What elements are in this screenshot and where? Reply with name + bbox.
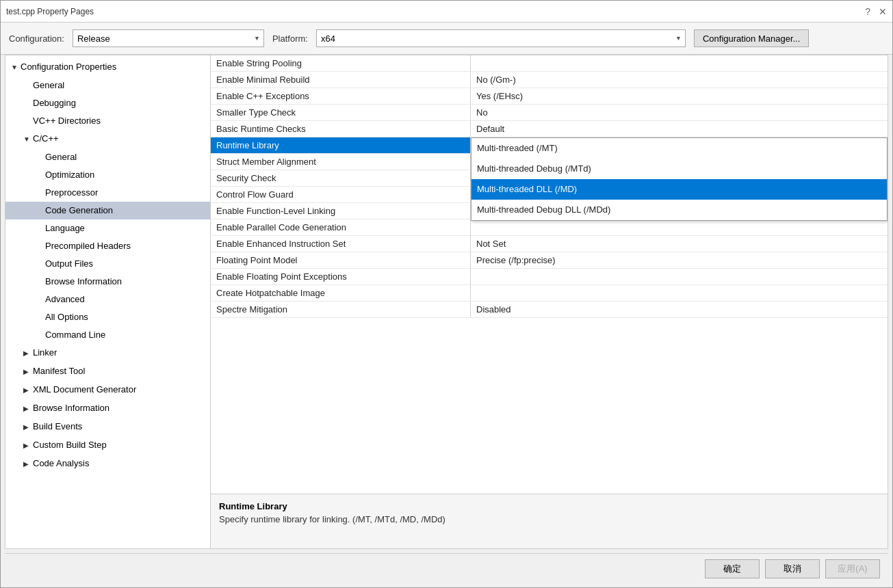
sidebar-item-manifest-tool[interactable]: ▶Manifest Tool <box>5 362 210 381</box>
prop-row-parallel-code-gen[interactable]: Enable Parallel Code Generation <box>211 219 888 236</box>
main-content: ▼Configuration PropertiesGeneralDebuggin… <box>5 55 888 549</box>
prop-row-floating-point-model[interactable]: Floating Point ModelPrecise (/fp:precise… <box>211 252 888 269</box>
prop-row-enable-minimal-rebuild[interactable]: Enable Minimal RebuildNo (/Gm-) <box>211 72 888 88</box>
main-window: test.cpp Property Pages ? ✕ Configuratio… <box>0 0 893 588</box>
prop-value-fp-exceptions <box>471 269 888 284</box>
sidebar-label-manifest-tool: Manifest Tool <box>33 366 85 376</box>
sidebar-item-browse-info[interactable]: ▶Browse Information <box>5 399 210 418</box>
close-icon[interactable]: ✕ <box>879 6 887 17</box>
prop-row-hotpatchable-image[interactable]: Create Hotpatchable Image <box>211 285 888 302</box>
sidebar-item-command-line[interactable]: Command Line <box>5 326 210 344</box>
tree-arrow-browse-info: ▶ <box>23 401 33 416</box>
cancel-button[interactable]: 取消 <box>765 559 820 578</box>
sidebar-item-cpp-general[interactable]: General <box>5 148 210 166</box>
sidebar-label-build-events: Build Events <box>33 421 82 431</box>
prop-value-floating-point-model: Precise (/fp:precise) <box>471 252 888 268</box>
prop-value-basic-runtime-checks: Default <box>471 121 888 137</box>
dropdown-option-mt[interactable]: Multi-threaded (/MT) <box>471 138 887 159</box>
sidebar-label-output-files: Output Files <box>45 258 93 269</box>
sidebar-item-optimization[interactable]: Optimization <box>5 166 210 184</box>
prop-name-enable-cpp-exceptions: Enable C++ Exceptions <box>211 88 471 104</box>
sidebar-label-code-generation: Code Generation <box>45 205 113 215</box>
toolbar: Configuration: Release Platform: x64 Con… <box>1 23 892 55</box>
prop-name-security-check: Security Check <box>211 170 471 186</box>
prop-value-hotpatchable-image <box>471 285 888 301</box>
help-icon[interactable]: ? <box>865 6 870 17</box>
sidebar-label-language: Language <box>45 223 85 233</box>
sidebar-label-cpp-general: General <box>45 152 77 162</box>
title-bar-left: test.cpp Property Pages <box>6 7 94 16</box>
prop-name-struct-member-align: Struct Member Alignment <box>211 154 471 170</box>
tree-arrow-config-props: ▼ <box>11 60 21 75</box>
info-title: Runtime Library <box>219 501 879 511</box>
config-label: Configuration: <box>9 34 64 44</box>
prop-row-spectre-mitigation[interactable]: Spectre MitigationDisabled <box>211 302 888 318</box>
prop-name-fp-exceptions: Enable Floating Point Exceptions <box>211 269 471 284</box>
sidebar-label-cpp: C/C++ <box>33 133 59 144</box>
platform-select-wrapper[interactable]: x64 <box>316 29 686 47</box>
sidebar-label-config-props: Configuration Properties <box>21 62 116 72</box>
sidebar-label-code-analysis: Code Analysis <box>33 458 89 468</box>
prop-name-enable-string-pooling: Enable String Pooling <box>211 55 471 71</box>
sidebar-label-debugging: Debugging <box>33 98 76 108</box>
prop-value-parallel-code-gen <box>471 219 888 235</box>
dropdown-option-md[interactable]: Multi-threaded DLL (/MD) <box>471 179 887 200</box>
config-select[interactable]: Release <box>73 29 264 47</box>
config-manager-button[interactable]: Configuration Manager... <box>694 29 809 47</box>
sidebar-item-browse-info-sub[interactable]: Browse Information <box>5 273 210 291</box>
prop-name-runtime-library: Runtime Library <box>211 137 471 153</box>
sidebar-label-command-line: Command Line <box>45 330 105 340</box>
platform-select[interactable]: x64 <box>316 29 686 47</box>
prop-row-fp-exceptions[interactable]: Enable Floating Point Exceptions <box>211 269 888 285</box>
prop-row-enhanced-instr-set[interactable]: Enable Enhanced Instruction SetNot Set <box>211 236 888 252</box>
prop-row-basic-runtime-checks[interactable]: Basic Runtime ChecksDefault <box>211 121 888 137</box>
tree-arrow-manifest-tool: ▶ <box>23 364 33 379</box>
title-bar: test.cpp Property Pages ? ✕ <box>1 1 892 23</box>
sidebar-item-build-events[interactable]: ▶Build Events <box>5 418 210 436</box>
sidebar-label-custom-build-step: Custom Build Step <box>33 440 107 450</box>
sidebar-item-advanced[interactable]: Advanced <box>5 291 210 308</box>
tree-arrow-linker: ▶ <box>23 346 33 361</box>
sidebar-item-config-props[interactable]: ▼Configuration Properties <box>5 58 210 77</box>
sidebar-label-preprocessor: Preprocessor <box>45 187 98 198</box>
ok-button[interactable]: 确定 <box>705 559 760 578</box>
prop-name-spectre-mitigation: Spectre Mitigation <box>211 302 471 317</box>
prop-name-basic-runtime-checks: Basic Runtime Checks <box>211 121 471 137</box>
sidebar-label-all-options: All Options <box>45 312 88 322</box>
prop-name-floating-point-model: Floating Point Model <box>211 252 471 268</box>
prop-row-runtime-library[interactable]: Runtime LibraryMulti-threaded DLL (/MD)▼… <box>211 137 888 154</box>
sidebar-item-output-files[interactable]: Output Files <box>5 255 210 273</box>
dropdown-option-mtd[interactable]: Multi-threaded Debug (/MTd) <box>471 159 887 179</box>
apply-button[interactable]: 应用(A) <box>825 559 880 578</box>
sidebar-item-cpp[interactable]: ▼C/C++ <box>5 130 210 148</box>
info-panel: Runtime Library Specify runtime library … <box>211 494 888 548</box>
sidebar-item-language[interactable]: Language <box>5 219 210 237</box>
content-area: Enable String PoolingEnable Minimal Rebu… <box>211 55 888 548</box>
properties-table: Enable String PoolingEnable Minimal Rebu… <box>211 55 888 494</box>
sidebar-label-optimization: Optimization <box>45 170 94 180</box>
config-select-wrapper[interactable]: Release <box>73 29 264 47</box>
prop-name-smaller-type-check: Smaller Type Check <box>211 105 471 120</box>
prop-name-control-flow-guard: Control Flow Guard <box>211 187 471 202</box>
sidebar-item-xml-doc-gen[interactable]: ▶XML Document Generator <box>5 381 210 399</box>
sidebar: ▼Configuration PropertiesGeneralDebuggin… <box>5 55 211 548</box>
prop-value-enhanced-instr-set: Not Set <box>471 236 888 252</box>
dropdown-option-mdd[interactable]: Multi-threaded Debug DLL (/MDd) <box>471 200 887 220</box>
sidebar-item-linker[interactable]: ▶Linker <box>5 344 210 362</box>
sidebar-item-all-options[interactable]: All Options <box>5 308 210 326</box>
sidebar-item-custom-build-step[interactable]: ▶Custom Build Step <box>5 436 210 455</box>
prop-row-smaller-type-check[interactable]: Smaller Type CheckNo <box>211 105 888 121</box>
sidebar-item-debugging[interactable]: Debugging <box>5 94 210 112</box>
tree-arrow-cpp: ▼ <box>23 132 33 147</box>
sidebar-item-precompiled-headers[interactable]: Precompiled Headers <box>5 237 210 255</box>
sidebar-item-code-generation[interactable]: Code Generation <box>5 202 210 219</box>
prop-row-enable-string-pooling[interactable]: Enable String Pooling <box>211 55 888 72</box>
sidebar-item-vcpp-dirs[interactable]: VC++ Directories <box>5 112 210 130</box>
sidebar-item-preprocessor[interactable]: Preprocessor <box>5 184 210 202</box>
prop-value-spectre-mitigation: Disabled <box>471 302 888 317</box>
sidebar-item-general[interactable]: General <box>5 77 210 94</box>
tree-arrow-build-events: ▶ <box>23 420 33 435</box>
sidebar-item-code-analysis[interactable]: ▶Code Analysis <box>5 455 210 473</box>
prop-row-enable-cpp-exceptions[interactable]: Enable C++ ExceptionsYes (/EHsc) <box>211 88 888 105</box>
sidebar-label-browse-info: Browse Information <box>33 403 109 413</box>
